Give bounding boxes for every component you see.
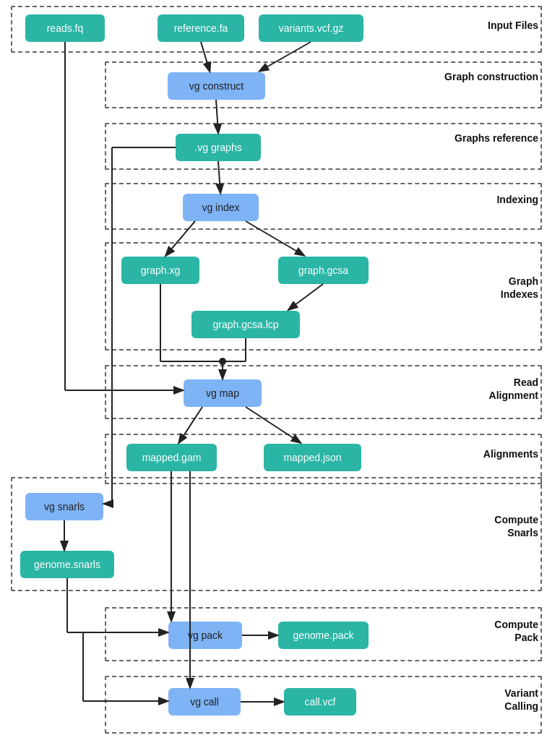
node-genome-snarls: genome.snarls: [20, 551, 114, 578]
node-variants-vcf: variants.vcf.gz: [259, 14, 363, 42]
label-graph-indexes: GraphIndexes: [501, 275, 538, 301]
node-genome-pack: genome.pack: [278, 622, 369, 649]
node-vg-call: vg call: [168, 688, 241, 716]
node-reads-fq: reads.fq: [25, 14, 105, 42]
section-indexing: [105, 183, 542, 230]
node-reference-fa: reference.fa: [158, 14, 244, 42]
label-input-files: Input Files: [488, 20, 538, 31]
label-compute-pack: ComputePack: [494, 618, 538, 644]
diagram-canvas: Input Files Graph construction Graphs re…: [0, 0, 547, 756]
node-vg-index: vg index: [183, 194, 259, 221]
node-vg-map: vg map: [184, 379, 262, 407]
node-graph-gcsa-lcp: graph.gcsa.lcp: [191, 311, 300, 338]
label-alignments: Alignments: [483, 448, 538, 460]
label-variant-calling: VariantCalling: [504, 687, 538, 713]
label-compute-snarls: ComputeSnarls: [494, 513, 538, 539]
node-mapped-gam: mapped.gam: [126, 444, 217, 471]
label-indexing: Indexing: [496, 194, 538, 205]
node-vg-snarls: vg snarls: [25, 493, 103, 520]
section-read-alignment: [105, 365, 542, 419]
node-graph-xg: graph.xg: [121, 257, 199, 284]
section-graphs-reference: [105, 123, 542, 170]
node-vg-pack: vg pack: [168, 622, 242, 649]
label-graphs-reference: Graphs reference: [455, 132, 538, 144]
node-call-vcf: call.vcf: [284, 688, 356, 716]
node-mapped-json: mapped.json: [264, 444, 361, 471]
node-graph-gcsa: graph.gcsa: [278, 257, 369, 284]
label-read-alignment: ReadAlignment: [489, 376, 538, 402]
node-vg-graphs: .vg graphs: [176, 134, 261, 161]
label-graph-construction: Graph construction: [444, 71, 538, 82]
merge-dot: [219, 358, 226, 365]
node-vg-construct: vg construct: [168, 72, 265, 100]
